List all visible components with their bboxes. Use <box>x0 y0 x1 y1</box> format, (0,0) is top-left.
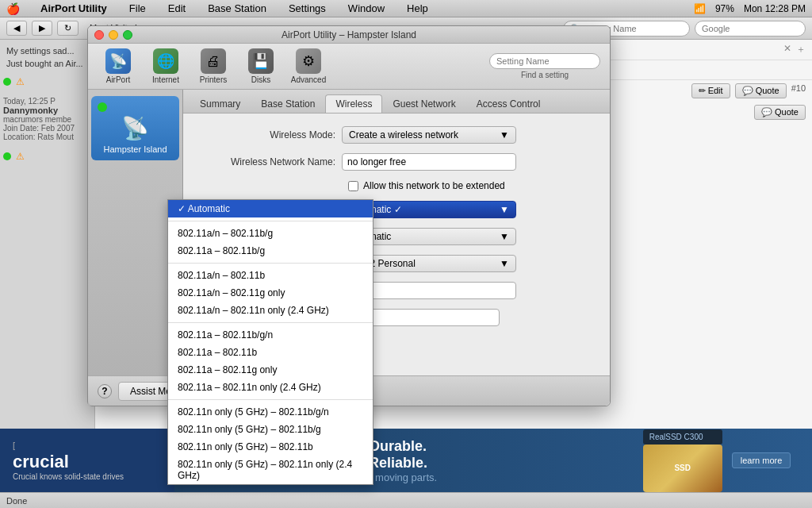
green-dot <box>3 78 11 86</box>
toolbar-printers[interactable]: 🖨 Printers <box>193 48 234 84</box>
dropdown-item-an-g[interactable]: 802.11a/n – 802.11g only <box>168 284 373 302</box>
wireless-mode-select[interactable]: Create a wireless network ▼ <box>342 126 516 144</box>
panel-post-meta: Today, 12:25 P <box>3 97 91 106</box>
dropdown-item-an-b[interactable]: 802.11a/n – 802.11b <box>168 267 373 284</box>
quote-button-2[interactable]: 💬 Quote <box>754 105 806 120</box>
maximize-button[interactable] <box>123 30 132 40</box>
dropdown-divider-2 <box>168 263 373 264</box>
wifi-icon: 📶 <box>694 3 706 14</box>
dropdown-item-an-bg[interactable]: 802.11a/n – 802.11b/g <box>168 225 373 242</box>
ad-right: RealSSD C300 SSD learn more <box>622 429 812 492</box>
wireless-mode-label: Wireless Mode: <box>199 129 342 140</box>
toolbar-advanced[interactable]: ⚙ Advanced <box>288 48 329 84</box>
edit-button[interactable]: ✏ Edit <box>691 83 730 98</box>
google-search-input[interactable] <box>695 21 806 37</box>
device-status-dot <box>98 102 107 112</box>
disks-label: Disks <box>251 75 270 84</box>
window-titlebar: AirPort Utility – Hampster Island <box>88 26 610 44</box>
dropdown-item-an-n24[interactable]: 802.11a/n – 802.11n only (2.4 GHz) <box>168 302 373 319</box>
network-name-input[interactable]: no longer free <box>342 153 516 171</box>
dropdown-item-automatic[interactable]: ✓ Automatic <box>168 200 373 217</box>
extend-checkbox[interactable] <box>348 181 358 191</box>
dropdown-item-5n-n24[interactable]: 802.11n only (5 GHz) – 802.11n only (2.4… <box>168 456 373 484</box>
menubar-window[interactable]: Window <box>343 2 389 14</box>
tab-wireless[interactable]: Wireless <box>325 94 382 113</box>
verify-input[interactable] <box>357 309 500 326</box>
advanced-icon: ⚙ <box>296 48 321 74</box>
back-button[interactable]: ◀ <box>6 21 27 36</box>
close-button[interactable] <box>94 30 104 40</box>
panel-location: Location: Rats Mout <box>3 133 91 141</box>
battery-indicator: 97% <box>715 3 734 14</box>
panel-role: macrumors membe <box>3 115 91 124</box>
apple-menu[interactable]: 🍎 <box>6 2 20 15</box>
tab-summary[interactable]: Summary <box>190 94 251 113</box>
panel-item-settings[interactable]: My settings sad... <box>3 44 91 57</box>
help-button[interactable]: ? <box>98 384 112 398</box>
dropdown-item-a-b[interactable]: 802.11a – 802.11b <box>168 344 373 361</box>
post-number: #10 <box>791 83 806 98</box>
toolbar-search-input[interactable] <box>489 53 600 69</box>
wireless-mode-row: Wireless Mode: Create a wireless network… <box>199 126 594 144</box>
refresh-button[interactable]: ↻ <box>57 21 79 36</box>
device-name: Hampster Island <box>103 144 167 154</box>
dropdown-item-a-bgn[interactable]: 802.11a – 802.11b/g/n <box>168 326 373 344</box>
network-name-label: Wireless Network Name: <box>199 156 342 167</box>
menubar-airport-utility[interactable]: AirPort Utility <box>36 2 112 14</box>
ad-banner: [ crucial Crucial knows solid-state driv… <box>0 429 812 492</box>
radio-mode-dropdown[interactable]: ✓ Automatic 802.11a/n – 802.11b/g 802.11… <box>167 199 373 485</box>
learn-more-button[interactable]: learn more <box>732 452 791 468</box>
panel-item-airport[interactable]: Just bought an Air... <box>3 57 91 70</box>
menubar-help[interactable]: Help <box>402 2 433 14</box>
ad-tagline: Crucial knows solid-state drives <box>13 472 124 481</box>
ad-bracket-label: [ <box>13 441 124 450</box>
network-name-control: no longer free <box>342 153 532 171</box>
dropdown-item-5n-bg[interactable]: 802.11n only (5 GHz) – 802.11b/g <box>168 421 373 438</box>
toolbar-search-area: Find a setting <box>489 53 600 79</box>
dropdown-divider-4 <box>168 399 373 400</box>
dropdown-divider-1 <box>168 221 373 221</box>
menubar-file[interactable]: File <box>124 2 151 14</box>
security-arrow: ▼ <box>500 258 509 269</box>
extend-label: Allow this network to be extended <box>363 180 505 191</box>
forward-button[interactable]: ▶ <box>32 21 52 36</box>
internet-label: Internet <box>152 75 179 84</box>
quote-button[interactable]: 💬 Quote <box>735 83 787 98</box>
menubar-base-station[interactable]: Base Station <box>203 2 271 14</box>
minimize-button[interactable] <box>109 30 118 40</box>
ad-product-image: RealSSD C300 SSD <box>643 429 722 492</box>
tab-base-station[interactable]: Base Station <box>251 94 325 113</box>
channel-arrow: ▼ <box>500 231 509 242</box>
disks-icon: 💾 <box>248 48 274 74</box>
green-dot-2 <box>3 152 11 160</box>
ad-left-panel: [ crucial Crucial knows solid-state driv… <box>0 429 174 492</box>
indicator-row-1: ⚠ <box>3 73 91 90</box>
warning-icon: ⚠ <box>16 76 25 87</box>
wireless-mode-value: Create a wireless network <box>349 129 458 140</box>
tab-bar: Summary Base Station Wireless Guest Netw… <box>183 90 610 114</box>
status-bar: Done <box>0 492 812 508</box>
add-tab[interactable]: ＋ <box>796 43 806 56</box>
close-search[interactable]: ✕ <box>783 43 791 56</box>
menubar-edit[interactable]: Edit <box>163 2 190 14</box>
device-icon: 📡 <box>121 115 149 141</box>
extend-checkbox-row: Allow this network to be extended <box>348 180 594 191</box>
menubar-settings[interactable]: Settings <box>284 2 331 14</box>
window-title: AirPort Utility – Hampster Island <box>282 29 416 40</box>
dropdown-item-5n-bgn[interactable]: 802.11n only (5 GHz) – 802.11b/g/n <box>168 403 373 421</box>
tab-access-control[interactable]: Access Control <box>466 94 551 113</box>
toolbar-airport[interactable]: 📡 AirPort <box>98 48 139 84</box>
tab-guest-network[interactable]: Guest Network <box>382 94 465 113</box>
dropdown-item-5n-b[interactable]: 802.11n only (5 GHz) – 802.11b <box>168 438 373 456</box>
dropdown-item-a-n24[interactable]: 802.11a – 802.11n only (2.4 GHz) <box>168 379 373 396</box>
dropdown-item-a-bg[interactable]: 802.11a – 802.11b/g <box>168 242 373 260</box>
warning-icon-2: ⚠ <box>16 151 25 162</box>
device-item[interactable]: 📡 Hampster Island <box>91 96 179 160</box>
airport-icon: 📡 <box>105 48 131 74</box>
toolbar-internet[interactable]: 🌐 Internet <box>145 48 186 84</box>
dropdown-arrow: ▼ <box>500 129 509 140</box>
toolbar-disks[interactable]: 💾 Disks <box>240 48 282 84</box>
airport-label: AirPort <box>106 75 131 84</box>
network-name-row: Wireless Network Name: no longer free <box>199 153 594 171</box>
dropdown-item-a-g[interactable]: 802.11a – 802.11g only <box>168 361 373 379</box>
